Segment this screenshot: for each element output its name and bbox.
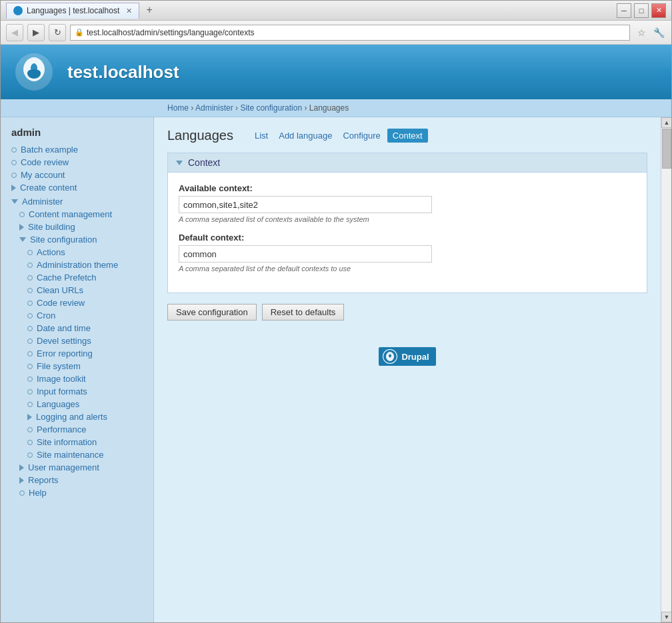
drupal-badge: Drupal	[379, 347, 435, 366]
image-toolkit-link[interactable]: Image toolkit	[37, 374, 86, 384]
sidebar-item-site-building[interactable]: Site building	[1, 221, 153, 233]
breadcrumb-sep3: ›	[304, 103, 309, 113]
sidebar-item-logging-alerts[interactable]: Logging and alerts	[1, 410, 153, 423]
circle-icon	[27, 440, 33, 445]
sidebar-item-clean-urls[interactable]: Clean URLs	[1, 284, 153, 297]
site-maintenance-link[interactable]: Site maintenance	[37, 450, 103, 460]
circle-icon	[19, 212, 25, 217]
sidebar-item-create-content[interactable]: Create content	[1, 181, 153, 194]
batch-example-link[interactable]: Batch example	[21, 145, 78, 155]
sidebar-item-administration-theme[interactable]: Administration theme	[1, 259, 153, 271]
languages-link[interactable]: Languages	[37, 399, 79, 409]
sidebar-item-my-account[interactable]: My account	[1, 169, 153, 181]
drupal-footer: Drupal	[167, 334, 647, 379]
close-btn[interactable]: ✕	[651, 3, 666, 18]
sidebar-item-image-toolkit[interactable]: Image toolkit	[1, 372, 153, 385]
back-button[interactable]: ◀	[6, 24, 23, 41]
main-content: Languages List Add language Configure Co…	[154, 117, 661, 622]
breadcrumb-site-config[interactable]: Site configuration	[240, 103, 302, 113]
sidebar-item-reports[interactable]: Reports	[1, 474, 153, 486]
sidebar-item-input-formats[interactable]: Input formats	[1, 385, 153, 398]
sidebar-item-batch-example[interactable]: Batch example	[1, 143, 153, 156]
administer-link[interactable]: Administer	[22, 197, 63, 207]
settings-icon[interactable]: 🔧	[651, 25, 666, 40]
new-tab-btn[interactable]: +	[142, 3, 157, 17]
sidebar-item-devel-settings[interactable]: Devel settings	[1, 334, 153, 347]
scroll-thumb[interactable]	[662, 129, 671, 169]
code-review-sub-link[interactable]: Code review	[37, 298, 85, 308]
help-link[interactable]: Help	[29, 488, 47, 498]
cron-link[interactable]: Cron	[37, 311, 55, 320]
sidebar-item-date-time[interactable]: Date and time	[1, 322, 153, 334]
sidebar-item-site-configuration[interactable]: Site configuration	[1, 233, 153, 246]
input-formats-link[interactable]: Input formats	[37, 386, 87, 396]
site-information-link[interactable]: Site information	[37, 437, 97, 447]
sidebar-item-code-review[interactable]: Code review	[1, 156, 153, 169]
minimize-btn[interactable]: ─	[617, 3, 631, 18]
sidebar-item-cache-prefetch[interactable]: Cache Prefetch	[1, 271, 153, 284]
tab-list[interactable]: List	[251, 129, 272, 142]
available-context-label: Available context:	[179, 183, 636, 193]
default-context-input[interactable]	[179, 245, 432, 263]
refresh-button[interactable]: ↻	[49, 24, 66, 41]
performance-link[interactable]: Performance	[37, 424, 86, 434]
browser-tab[interactable]: Languages | test.localhost ✕	[6, 3, 139, 19]
site-building-link[interactable]: Site building	[28, 222, 75, 232]
tab-context[interactable]: Context	[387, 129, 428, 143]
error-reporting-link[interactable]: Error reporting	[37, 348, 93, 358]
clean-urls-link[interactable]: Clean URLs	[37, 285, 83, 295]
tab-add-language[interactable]: Add language	[275, 129, 336, 142]
sidebar-item-site-information[interactable]: Site information	[1, 436, 153, 448]
tab-title: Languages | test.localhost	[27, 6, 119, 15]
my-account-link[interactable]: My account	[21, 170, 65, 180]
reset-defaults-button[interactable]: Reset to defaults	[262, 304, 345, 320]
user-management-link[interactable]: User management	[28, 462, 99, 472]
sidebar-item-error-reporting[interactable]: Error reporting	[1, 347, 153, 360]
section-triangle-icon	[176, 161, 183, 165]
scroll-down-button[interactable]: ▼	[661, 612, 671, 622]
save-configuration-button[interactable]: Save configuration	[167, 304, 257, 320]
available-context-input[interactable]	[179, 196, 432, 213]
create-content-link[interactable]: Create content	[20, 183, 77, 193]
default-context-help: A comma separated list of the default co…	[179, 265, 636, 273]
tab-configure[interactable]: Configure	[339, 129, 384, 142]
sidebar-item-user-management[interactable]: User management	[1, 461, 153, 474]
nav-bar: ◀ ▶ ↻ 🔒 test.localhost/admin/settings/la…	[1, 21, 671, 45]
sidebar-item-content-management[interactable]: Content management	[1, 208, 153, 221]
sidebar-item-code-review-sub[interactable]: Code review	[1, 297, 153, 309]
bookmark-icon[interactable]: ☆	[634, 25, 649, 40]
cache-prefetch-link[interactable]: Cache Prefetch	[37, 273, 97, 283]
sidebar-item-actions[interactable]: Actions	[1, 246, 153, 259]
sidebar-item-languages[interactable]: Languages	[1, 398, 153, 410]
maximize-btn[interactable]: □	[634, 3, 649, 18]
sidebar-item-file-system[interactable]: File system	[1, 360, 153, 372]
logging-alerts-link[interactable]: Logging and alerts	[36, 412, 107, 422]
file-system-link[interactable]: File system	[37, 361, 81, 371]
triangle-right-icon	[19, 224, 24, 231]
tab-close[interactable]: ✕	[126, 7, 132, 15]
circle-icon	[27, 376, 33, 382]
scrollbar[interactable]: ▲ ▼	[661, 117, 671, 622]
code-review-link[interactable]: Code review	[21, 157, 69, 167]
sidebar-item-site-maintenance[interactable]: Site maintenance	[1, 448, 153, 461]
content-management-link[interactable]: Content management	[29, 209, 112, 219]
actions-link[interactable]: Actions	[37, 247, 65, 257]
site-configuration-link[interactable]: Site configuration	[30, 235, 97, 245]
sidebar-item-performance[interactable]: Performance	[1, 423, 153, 436]
sidebar-item-cron[interactable]: Cron	[1, 309, 153, 322]
reports-link[interactable]: Reports	[28, 475, 59, 485]
triangle-down-icon	[19, 237, 26, 242]
sidebar-item-help[interactable]: Help	[1, 486, 153, 499]
devel-settings-link[interactable]: Devel settings	[37, 336, 91, 346]
forward-button[interactable]: ▶	[27, 24, 45, 41]
breadcrumb-administer[interactable]: Administer	[195, 103, 233, 113]
sidebar-item-administer[interactable]: Administer	[1, 194, 153, 208]
circle-icon	[27, 427, 33, 432]
breadcrumb-home[interactable]: Home	[167, 103, 189, 113]
breadcrumb-current: Languages	[309, 103, 349, 113]
address-bar[interactable]: 🔒 test.localhost/admin/settings/language…	[70, 25, 630, 41]
administration-theme-link[interactable]: Administration theme	[37, 260, 118, 270]
date-time-link[interactable]: Date and time	[37, 323, 91, 333]
title-bar-controls: ─ □ ✕	[617, 3, 666, 18]
scroll-up-button[interactable]: ▲	[661, 117, 671, 128]
